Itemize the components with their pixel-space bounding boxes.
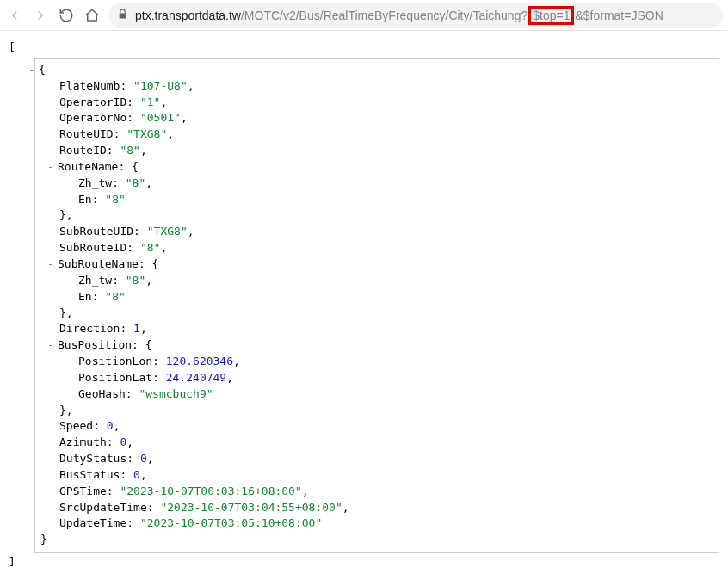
json-row: -RouteName: {	[40, 159, 713, 176]
json-row: SubRouteUID: "TXG8",	[40, 224, 713, 240]
back-button[interactable]	[5, 6, 24, 25]
json-viewer: [ -{ PlateNumb: "107-U8", OperatorID: "1…	[0, 31, 728, 568]
array-open-bracket: [	[9, 40, 15, 53]
json-row: PlateNumb: "107-U8",	[40, 78, 713, 95]
json-nested: Zh_tw: "8", En: "8"	[40, 176, 713, 208]
json-nested: Zh_tw: "8", En: "8"	[40, 273, 713, 306]
json-row: -SubRouteName: {	[40, 256, 713, 273]
json-row: OperatorNo: "0501",	[40, 110, 713, 127]
forward-button[interactable]	[31, 6, 50, 25]
collapse-toggle[interactable]: -	[47, 256, 58, 273]
json-row: },	[40, 403, 713, 419]
collapse-toggle[interactable]: -	[28, 62, 39, 78]
json-row: -BusPosition: {	[40, 337, 713, 354]
json-row: RouteUID: "TXG8",	[40, 127, 713, 143]
json-nested: PositionLon: 120.620346, PositionLat: 24…	[40, 354, 713, 403]
json-row: DutyStatus: 0,	[40, 451, 713, 467]
json-row: RouteID: "8",	[40, 143, 713, 159]
json-row: },	[40, 207, 713, 224]
json-row: UpdateTime: "2023-10-07T03:05:10+08:00"	[40, 516, 713, 532]
browser-toolbar: ptx.transportdata.tw/MOTC/v2/Bus/RealTim…	[0, 0, 728, 31]
reload-button[interactable]	[57, 6, 76, 25]
url-path-before: /MOTC/v2/Bus/RealTimeByFrequency/City/Ta…	[241, 9, 527, 22]
collapse-toggle[interactable]: -	[47, 337, 58, 354]
json-row: Direction: 1,	[40, 321, 713, 337]
address-bar[interactable]: ptx.transportdata.tw/MOTC/v2/Bus/RealTim…	[108, 3, 723, 28]
json-row: Azimuth: 0,	[40, 435, 713, 451]
json-row: SrcUpdateTime: "2023-10-07T03:04:55+08:0…	[40, 500, 713, 516]
array-close-bracket: ]	[9, 555, 15, 568]
json-row: },	[40, 306, 713, 322]
url-path-after: &$format=JSON	[575, 9, 663, 22]
url-highlight-box: $top=1	[528, 6, 574, 25]
json-row: GPSTime: "2023-10-07T00:03:16+08:00",	[40, 484, 713, 500]
json-object-block: -{ PlateNumb: "107-U8", OperatorID: "1",…	[34, 58, 719, 553]
json-row: BusStatus: 0,	[40, 467, 713, 484]
collapse-toggle[interactable]: -	[47, 159, 58, 176]
url-host: ptx.transportdata.tw	[135, 9, 241, 22]
json-row: Speed: 0,	[40, 418, 713, 435]
lock-icon	[117, 9, 128, 22]
json-row: OperatorID: "1",	[40, 95, 713, 111]
url-text: ptx.transportdata.tw/MOTC/v2/Bus/RealTim…	[135, 6, 663, 25]
json-row: SubRouteID: "8",	[40, 240, 713, 256]
home-button[interactable]	[83, 6, 102, 25]
